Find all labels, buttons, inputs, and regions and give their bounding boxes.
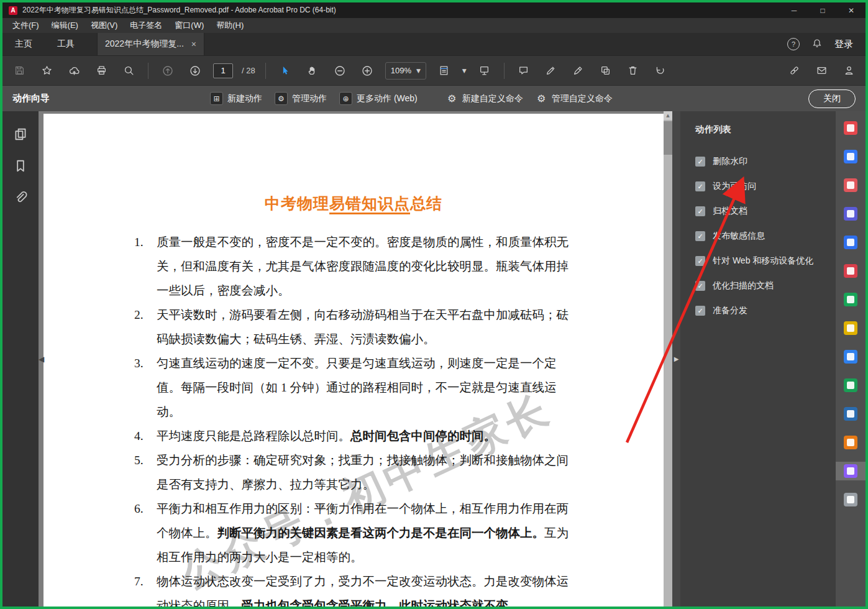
- attachments-icon[interactable]: [14, 191, 27, 207]
- comment-icon[interactable]: [514, 62, 533, 80]
- manage-custom-commands-icon: ⚙: [536, 93, 547, 104]
- print-icon[interactable]: [92, 62, 111, 80]
- action-list-item[interactable]: ✓设为可访问: [695, 174, 836, 199]
- menu-help[interactable]: 帮助(H): [210, 20, 250, 31]
- doc-list-item: 7.物体运动状态改变一定受到了力，受力不一定改变运动状态。力是改变物体运动状态的…: [134, 569, 570, 607]
- doc-item-text: 物体运动状态改变一定受到了力，受力不一定改变运动状态。力是改变物体运动状态的原因…: [157, 569, 570, 607]
- edit-pdf-tool[interactable]: [836, 147, 866, 166]
- menu-edit[interactable]: 编辑(E): [45, 20, 85, 31]
- action-check-icon: ✓: [695, 281, 705, 291]
- manage-actions-button[interactable]: ⚙管理动作: [275, 92, 327, 105]
- doc-item-text: 平衡力和相互作用力的区别：平衡力作用在一个物体上，相互作用力作用在两个物体上。判…: [157, 497, 570, 569]
- scroll-up-icon[interactable]: ▲: [664, 111, 672, 120]
- doc-item-number: 1.: [134, 230, 157, 303]
- menu-file[interactable]: 文件(F): [6, 20, 45, 31]
- action-item-label: 删除水印: [713, 156, 747, 167]
- star-favorite-icon[interactable]: [37, 62, 56, 80]
- convert-tool[interactable]: [836, 262, 866, 280]
- next-page-icon[interactable]: [186, 62, 204, 80]
- doc-title-segment: 易错知识点: [329, 195, 410, 214]
- print-production-tool[interactable]: [836, 376, 866, 395]
- doc-item-number: 3.: [134, 351, 157, 424]
- manage-actions-icon: ⚙: [275, 92, 288, 105]
- save-icon[interactable]: [10, 62, 29, 80]
- panel-collapse-strip[interactable]: ▶: [672, 111, 680, 607]
- sign-in-button[interactable]: 登录: [834, 39, 853, 50]
- convert-tool-icon: [844, 264, 857, 278]
- action-item-label: 针对 Web 和移动设备优化: [713, 255, 813, 267]
- delete-trash-icon[interactable]: [624, 62, 642, 80]
- combine-files-tool-icon: [844, 321, 857, 335]
- previous-page-icon[interactable]: [158, 62, 177, 80]
- zoom-in-icon[interactable]: [358, 62, 377, 80]
- close-button[interactable]: ✕: [837, 2, 866, 18]
- stamp-icon[interactable]: [596, 62, 615, 80]
- left-nav-pane: [2, 111, 39, 607]
- collapse-right-pane-icon[interactable]: ▶: [674, 355, 679, 362]
- tab-home[interactable]: 主页: [2, 33, 45, 55]
- close-action-wizard-button[interactable]: 关闭: [808, 89, 856, 108]
- help-icon[interactable]: ?: [787, 38, 800, 50]
- minimize-button[interactable]: ─: [780, 2, 808, 18]
- action-wizard-tool[interactable]: [836, 462, 866, 480]
- maximize-button[interactable]: □: [808, 2, 837, 18]
- share-person-icon[interactable]: [839, 62, 858, 80]
- action-list-item[interactable]: ✓针对 Web 和移动设备优化: [695, 249, 836, 273]
- new-action-button[interactable]: ⊞新建动作: [210, 92, 262, 105]
- more-actions-icon: ⊕: [339, 92, 352, 105]
- undo-icon[interactable]: [651, 62, 670, 80]
- menu-esign[interactable]: 电子签名: [124, 20, 168, 31]
- cloud-upload-icon[interactable]: [65, 62, 83, 80]
- link-icon[interactable]: [785, 62, 803, 80]
- chevron-down-icon[interactable]: ▼: [462, 68, 467, 74]
- new-custom-command-button[interactable]: ⚙新建自定义命令: [446, 93, 523, 104]
- vertical-scrollbar[interactable]: ▲: [664, 111, 672, 607]
- page-number-input[interactable]: [213, 63, 233, 78]
- document-tab[interactable]: 2022年中考物理复... ×: [97, 33, 204, 55]
- action-list-item[interactable]: ✓发布敏感信息: [695, 224, 836, 249]
- comment-tool[interactable]: [836, 347, 866, 366]
- zoom-level-value: 109%: [391, 66, 411, 75]
- action-list-item[interactable]: ✓删除水印: [695, 149, 836, 174]
- create-pdf-tool-icon: [844, 121, 857, 135]
- protect-tool[interactable]: [836, 405, 866, 423]
- search-icon[interactable]: [119, 62, 138, 80]
- optimize-tool[interactable]: [836, 433, 866, 452]
- combine-files-tool[interactable]: [836, 319, 866, 337]
- action-list-item[interactable]: ✓归档文档: [695, 199, 836, 224]
- tab-tools[interactable]: 工具: [45, 33, 87, 55]
- select-tool-icon[interactable]: [276, 62, 295, 80]
- notification-bell-icon[interactable]: [812, 39, 822, 50]
- export-pdf-tool[interactable]: [836, 204, 866, 223]
- action-item-label: 发布敏感信息: [713, 231, 765, 242]
- bookmarks-icon[interactable]: [14, 159, 27, 175]
- create-pdf-tool[interactable]: [836, 119, 866, 137]
- tab-close-icon[interactable]: ×: [191, 39, 196, 49]
- action-list-item[interactable]: ✓准备分发: [695, 298, 836, 323]
- action-list-item[interactable]: ✓优化扫描的文档: [695, 273, 836, 298]
- sign-pen-icon[interactable]: [569, 62, 588, 80]
- zoom-level-dropdown[interactable]: 109% ▼: [385, 62, 426, 80]
- hand-tool-icon[interactable]: [303, 62, 322, 80]
- doc-item-text: 天平读数时，游码要看左侧，向右移动游码相当于在天平右盘中加减砝码；砝码缺损读数偏…: [157, 303, 570, 351]
- document-viewport[interactable]: 公众号：初中生家长 中考物理易错知识点总结 1.质量一般是不变的，密度不是一定不…: [39, 111, 672, 607]
- page-display-icon[interactable]: [435, 62, 454, 80]
- email-icon[interactable]: [812, 62, 831, 80]
- menu-view[interactable]: 视图(V): [85, 20, 124, 31]
- manage-actions-label: 管理动作: [292, 93, 327, 104]
- fill-sign-tool[interactable]: [836, 233, 866, 252]
- manage-custom-commands-button[interactable]: ⚙管理自定义命令: [536, 93, 613, 104]
- window-title: 2022年中考物理复习易错知识点总结_Password_Removed.pdf …: [22, 5, 336, 16]
- print-production-tool-icon: [844, 378, 857, 392]
- scrollbar-thumb[interactable]: [664, 121, 672, 155]
- more-actions-button[interactable]: ⊕更多动作 (Web): [339, 92, 418, 105]
- organize-pages-tool[interactable]: [836, 176, 866, 195]
- menu-window[interactable]: 窗口(W): [168, 20, 210, 31]
- page-thumbnails-icon[interactable]: [14, 127, 27, 144]
- zoom-out-icon[interactable]: [331, 62, 349, 80]
- doc-item-number: 5.: [134, 448, 157, 497]
- read-mode-icon[interactable]: [475, 62, 494, 80]
- highlighter-icon[interactable]: [542, 62, 560, 80]
- more-tools[interactable]: [836, 490, 866, 509]
- scan-ocr-tool[interactable]: [836, 290, 866, 309]
